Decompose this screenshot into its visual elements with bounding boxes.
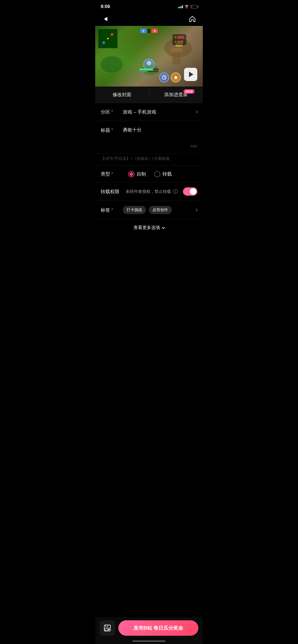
battery-icon xyxy=(190,5,197,9)
title-input[interactable]: 勇敢十分 xyxy=(123,126,197,143)
title-hint: 【UP主/节目名】+《游戏名》+主要标题 xyxy=(95,153,203,166)
radio-original[interactable]: 自制 xyxy=(128,171,146,177)
tags-list: 打卡挑战 必剪创作 xyxy=(123,206,192,214)
svg-rect-16 xyxy=(139,71,148,72)
wifi-icon xyxy=(184,5,189,9)
category-label: 分区 * xyxy=(101,109,120,115)
status-icons xyxy=(178,5,197,9)
signal-icon xyxy=(178,5,183,8)
permission-toggle[interactable] xyxy=(183,187,197,196)
tags-chevron-icon[interactable] xyxy=(195,208,198,211)
title-required-star: * xyxy=(111,127,113,133)
tags-required-star: * xyxy=(111,207,113,213)
svg-point-0 xyxy=(186,8,187,8)
more-options-button[interactable]: 查看更多选项 xyxy=(95,219,203,236)
tag-chip-1[interactable]: 必剪创作 xyxy=(149,206,172,214)
toggle-knob xyxy=(190,188,196,195)
permission-section: 转载权限 未经作者授权，禁止转载 i xyxy=(95,182,203,201)
permission-value: 未经作者授权，禁止转载 i xyxy=(126,189,183,194)
play-button[interactable] xyxy=(184,68,197,81)
radio-label-original: 自制 xyxy=(137,171,146,177)
video-thumbnail[interactable]: 1 : 4 480 xyxy=(95,26,203,87)
title-label: 标题 * xyxy=(101,126,120,133)
radio-label-repost: 转载 xyxy=(163,171,172,177)
category-value: 游戏 – 手机游戏 xyxy=(123,109,195,115)
title-section: 标题 * 勇敢十分 4/80 xyxy=(95,121,203,153)
play-triangle-icon xyxy=(189,72,193,77)
home-button[interactable] xyxy=(187,14,197,24)
svg-rect-14 xyxy=(139,69,153,70)
nav-bar xyxy=(95,12,203,26)
skill-icons xyxy=(159,72,181,82)
svg-point-5 xyxy=(101,56,123,73)
new-badge: NEW xyxy=(183,89,195,94)
status-time: 8:06 xyxy=(101,4,110,9)
home-icon xyxy=(189,15,196,23)
type-radio-group: 自制 转载 xyxy=(128,171,172,177)
change-cover-button[interactable]: 修改封面 xyxy=(95,87,149,103)
back-button[interactable] xyxy=(101,14,111,24)
category-section: 分区 * 游戏 – 手机游戏 xyxy=(95,103,203,121)
type-required-star: * xyxy=(111,171,113,177)
permission-label: 转载权限 xyxy=(101,188,123,195)
category-row[interactable]: 分区 * 游戏 – 手机游戏 xyxy=(95,103,203,121)
chevron-right-icon xyxy=(195,110,198,113)
svg-rect-9 xyxy=(171,48,182,52)
tag-chip-0[interactable]: 打卡挑战 xyxy=(123,206,146,214)
svg-point-11 xyxy=(147,61,151,65)
add-progress-button[interactable]: 添加进度条 NEW xyxy=(149,87,203,103)
tags-section: 标签 * 打卡挑战 必剪创作 xyxy=(95,201,203,219)
info-icon[interactable]: i xyxy=(173,189,178,194)
radio-outer-repost xyxy=(154,171,160,177)
more-options-text: 查看更多选项 xyxy=(134,225,160,231)
cover-progress-section: 修改封面 添加进度条 NEW xyxy=(95,87,203,103)
radio-inner-original xyxy=(130,173,133,176)
svg-marker-18 xyxy=(174,75,178,80)
chevron-down-icon xyxy=(162,226,165,229)
required-star: * xyxy=(111,109,113,115)
radio-repost[interactable]: 转载 xyxy=(154,171,172,177)
type-label: 类型 * xyxy=(101,171,120,177)
tags-label: 标签 * xyxy=(101,207,120,213)
status-bar: 8:06 xyxy=(95,0,203,12)
type-section: 类型 * 自制 转载 xyxy=(95,166,203,182)
title-count: 4/80 xyxy=(101,143,197,150)
svg-rect-8 xyxy=(172,51,181,64)
kill-stats: 6 控制 4 伤害 xyxy=(172,34,186,45)
radio-outer-original xyxy=(128,171,134,177)
back-arrow-icon xyxy=(104,17,107,21)
